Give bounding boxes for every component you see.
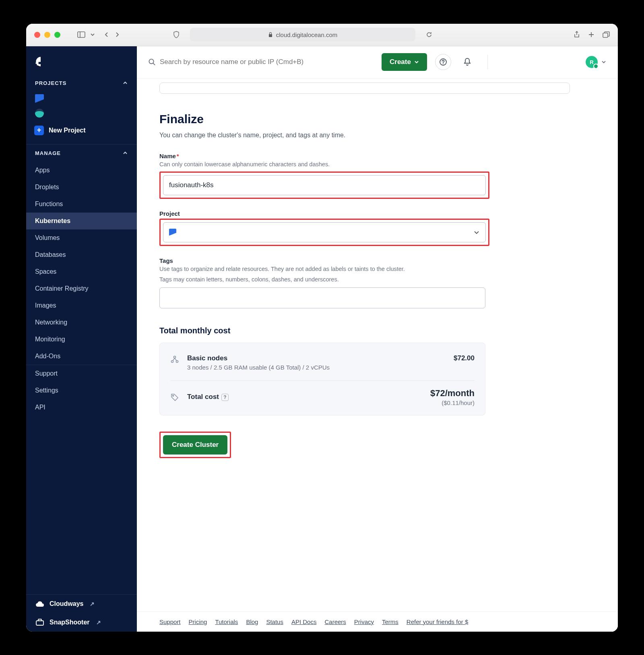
- footer-link[interactable]: Refer your friends for $: [407, 618, 468, 625]
- titlebar-chevron-down-icon[interactable]: [90, 32, 95, 37]
- shield-icon[interactable]: [173, 31, 180, 38]
- project-icon-a[interactable]: [35, 94, 44, 103]
- basic-nodes-price: $72.00: [454, 354, 475, 362]
- app-shell: PROJECTS + New Project MANAGE Apps Dropl…: [26, 46, 618, 632]
- finalize-heading: Finalize: [159, 112, 595, 126]
- new-project-button[interactable]: + New Project: [26, 119, 137, 144]
- cost-summary: Basic nodes 3 nodes / 2.5 GB RAM usable …: [159, 343, 485, 415]
- svg-rect-4: [603, 33, 608, 37]
- projects-header[interactable]: PROJECTS: [26, 74, 137, 92]
- presence-badge: [593, 64, 599, 69]
- tabs-overview-icon[interactable]: [603, 31, 610, 38]
- new-project-label: New Project: [49, 127, 86, 134]
- footer-link[interactable]: Pricing: [189, 618, 207, 625]
- sidebar-item-support[interactable]: Support: [26, 365, 137, 382]
- share-icon[interactable]: [574, 31, 580, 38]
- footer-link[interactable]: Careers: [324, 618, 346, 625]
- brand-logo[interactable]: [26, 46, 137, 74]
- sidebar-item-monitoring[interactable]: Monitoring: [26, 331, 137, 348]
- global-search[interactable]: [148, 58, 374, 66]
- forward-icon[interactable]: [114, 32, 120, 37]
- browser-window: cloud.digitalocean.com PROJECTS +: [26, 24, 618, 632]
- cost-heading: Total monthly cost: [159, 326, 595, 335]
- footer-link[interactable]: Privacy: [354, 618, 374, 625]
- create-button-label: Create: [390, 58, 411, 66]
- sidebar-item-api[interactable]: API: [26, 399, 137, 416]
- name-hint: Can only contain lowercase alphanumeric …: [159, 161, 595, 167]
- notifications-button[interactable]: [459, 54, 475, 70]
- manage-header-label: MANAGE: [35, 150, 61, 156]
- user-avatar[interactable]: R: [586, 56, 598, 68]
- back-icon[interactable]: [104, 32, 109, 37]
- sidebar-item-images[interactable]: Images: [26, 297, 137, 314]
- project-select[interactable]: [163, 222, 486, 242]
- help-button[interactable]: [435, 54, 451, 70]
- svg-rect-8: [38, 619, 41, 621]
- user-menu-toggle[interactable]: [601, 59, 607, 65]
- new-tab-icon[interactable]: [588, 31, 594, 38]
- basic-nodes-label: Basic nodes: [187, 354, 330, 362]
- window-minimize[interactable]: [44, 32, 50, 38]
- content-area: Finalize You can change the cluster's na…: [137, 79, 618, 612]
- tags-hint-2: Tags may contain letters, numbers, colon…: [159, 276, 595, 283]
- snapshot-icon: [35, 619, 45, 626]
- footer-links: Support Pricing Tutorials Blog Status AP…: [137, 612, 618, 632]
- footer-link[interactable]: API Docs: [291, 618, 317, 625]
- footer-link[interactable]: Status: [266, 618, 283, 625]
- project-icon-b[interactable]: [35, 109, 44, 118]
- sidebar-item-spaces[interactable]: Spaces: [26, 263, 137, 280]
- create-cluster-button[interactable]: Create Cluster: [163, 435, 227, 455]
- total-cost-price: $72/month: [430, 388, 475, 399]
- projects-header-label: PROJECTS: [35, 80, 66, 86]
- manage-header[interactable]: MANAGE: [26, 145, 137, 162]
- name-label: Name*: [159, 153, 595, 159]
- chevron-up-icon: [122, 80, 128, 86]
- sidebar-item-addons[interactable]: Add-Ons: [26, 348, 137, 365]
- footer-link[interactable]: Blog: [246, 618, 258, 625]
- sidebar-item-apps[interactable]: Apps: [26, 162, 137, 179]
- total-cost-label: Total cost?: [187, 393, 229, 401]
- plus-icon: +: [34, 126, 44, 135]
- external-cloudways[interactable]: Cloudways ↗: [26, 595, 137, 613]
- sidebar-item-functions[interactable]: Functions: [26, 196, 137, 213]
- window-zoom[interactable]: [54, 32, 60, 38]
- tags-label: Tags: [159, 257, 595, 264]
- sidebar-item-droplets[interactable]: Droplets: [26, 179, 137, 196]
- create-button[interactable]: Create: [382, 53, 427, 71]
- window-close[interactable]: [34, 32, 40, 38]
- cloud-icon: [35, 601, 45, 607]
- tags-input[interactable]: [159, 287, 485, 308]
- sidebar-item-settings[interactable]: Settings: [26, 382, 137, 399]
- url-host: cloud.digitalocean.com: [276, 31, 338, 38]
- svg-point-12: [443, 64, 444, 64]
- svg-point-9: [149, 59, 153, 64]
- manage-nav: Apps Droplets Functions Kubernetes Volum…: [26, 162, 137, 365]
- svg-point-18: [173, 395, 174, 397]
- cluster-name-input[interactable]: [163, 175, 486, 195]
- sidebar-item-container-registry[interactable]: Container Registry: [26, 280, 137, 297]
- svg-rect-0: [78, 32, 85, 37]
- sidebar-item-kubernetes[interactable]: Kubernetes: [26, 213, 137, 229]
- help-icon[interactable]: ?: [221, 394, 229, 401]
- sidebar-item-volumes[interactable]: Volumes: [26, 229, 137, 246]
- project-option-icon: [169, 229, 176, 236]
- footer-link[interactable]: Terms: [382, 618, 398, 625]
- external-snapshooter[interactable]: SnapShooter ↗: [26, 613, 137, 632]
- refresh-icon[interactable]: [426, 31, 432, 38]
- external-link-icon: ↗: [96, 619, 101, 626]
- avatar-initial: R: [590, 59, 593, 65]
- project-label: Project: [159, 210, 595, 217]
- sidebar-toggle-icon[interactable]: [77, 31, 85, 38]
- tag-icon: [170, 393, 181, 402]
- sidebar-item-databases[interactable]: Databases: [26, 246, 137, 263]
- chevron-down-icon: [473, 229, 480, 236]
- chevron-up-icon: [122, 150, 128, 156]
- url-bar[interactable]: cloud.digitalocean.com: [190, 28, 415, 41]
- search-input[interactable]: [160, 58, 374, 66]
- sidebar-item-networking[interactable]: Networking: [26, 314, 137, 331]
- footer-link[interactable]: Tutorials: [215, 618, 238, 625]
- footer-link[interactable]: Support: [159, 618, 181, 625]
- svg-line-16: [173, 358, 175, 360]
- svg-rect-7: [36, 621, 43, 625]
- chevron-down-icon: [414, 60, 419, 64]
